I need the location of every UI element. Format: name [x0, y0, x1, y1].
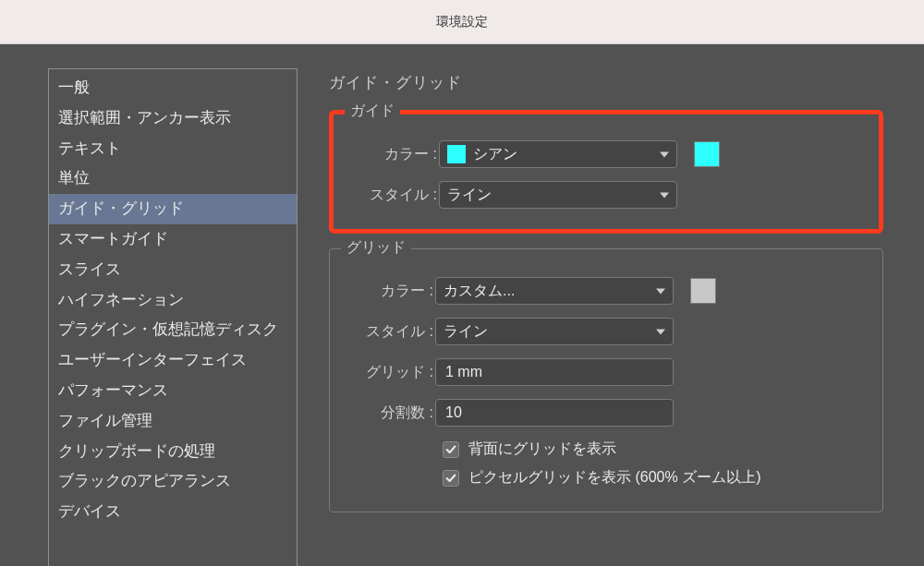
preferences-sidebar: 一般 選択範囲・アンカー表示 テキスト 単位 ガイド・グリッド スマートガイド … [48, 68, 298, 566]
grid-subdivisions-input[interactable] [435, 399, 674, 427]
grid-color-row: カラー : カスタム... [346, 277, 862, 305]
grid-legend: グリッド [341, 238, 411, 258]
guide-color-label: カラー : [350, 145, 439, 164]
window-body: 一般 選択範囲・アンカー表示 テキスト 単位 ガイド・グリッド スマートガイド … [0, 44, 924, 566]
grid-spacing-input[interactable] [435, 358, 674, 386]
grid-style-select[interactable]: ライン [435, 318, 674, 345]
chevron-down-icon [656, 289, 665, 295]
sidebar-item-general[interactable]: 一般 [49, 73, 297, 103]
guide-group: ガイド カラー : シアン スタイル : ライン [329, 110, 883, 234]
sidebar-item-units[interactable]: 単位 [49, 163, 297, 194]
sidebar-item-smart-guides[interactable]: スマートガイド [49, 224, 297, 255]
guide-color-swatch[interactable] [694, 141, 720, 167]
guide-style-select[interactable]: ライン [439, 181, 677, 209]
grid-pixel-check-label: ピクセルグリッドを表示 (600% ズーム以上) [468, 468, 760, 488]
grid-color-select[interactable]: カスタム... [435, 277, 674, 305]
sidebar-item-black-appearance[interactable]: ブラックのアピアランス [49, 466, 297, 497]
sidebar-item-file-handling[interactable]: ファイル管理 [49, 406, 297, 437]
sidebar-item-user-interface[interactable]: ユーザーインターフェイス [49, 345, 297, 376]
sidebar-item-selection-anchor[interactable]: 選択範囲・アンカー表示 [49, 103, 297, 134]
window-title: 環境設定 [436, 14, 488, 30]
sidebar-item-performance[interactable]: パフォーマンス [49, 376, 297, 406]
sidebar-item-hyphenation[interactable]: ハイフネーション [49, 285, 297, 316]
sidebar-item-slices[interactable]: スライス [49, 255, 297, 285]
grid-style-row: スタイル : ライン [346, 318, 862, 345]
grid-pixel-checkbox[interactable] [443, 470, 459, 487]
grid-subdivisions-row: 分割数 : [346, 399, 862, 427]
sidebar-item-text[interactable]: テキスト [49, 134, 297, 164]
guide-style-row: スタイル : ライン [350, 181, 858, 209]
grid-spacing-row: グリッド : [346, 358, 862, 386]
grid-back-check-row: 背面にグリッドを表示 [443, 440, 862, 459]
guide-color-value: シアン [473, 145, 517, 164]
grid-group: グリッド カラー : カスタム... スタイル : ライン グリッド : [329, 248, 883, 512]
check-icon [444, 472, 457, 485]
guide-legend: ガイド [345, 102, 400, 121]
sidebar-item-plugins-scratch[interactable]: プラグイン・仮想記憶ディスク [49, 315, 297, 345]
grid-style-value: ライン [444, 322, 488, 342]
guide-color-inline-swatch [447, 145, 466, 163]
sidebar-item-clipboard[interactable]: クリップボードの処理 [49, 437, 297, 467]
guide-style-value: ライン [447, 186, 492, 205]
chevron-down-icon [660, 152, 669, 158]
grid-back-check-label: 背面にグリッドを表示 [468, 440, 616, 459]
grid-back-checkbox[interactable] [443, 441, 459, 458]
grid-style-label: スタイル : [346, 322, 435, 342]
guide-style-label: スタイル : [350, 186, 439, 205]
guide-color-row: カラー : シアン [350, 140, 858, 168]
grid-color-swatch[interactable] [690, 278, 716, 304]
guide-color-select[interactable]: シアン [439, 140, 677, 168]
page-title: ガイド・グリッド [329, 72, 924, 93]
grid-pixel-check-row: ピクセルグリッドを表示 (600% ズーム以上) [443, 468, 862, 488]
preferences-main: ガイド・グリッド ガイド カラー : シアン スタイル : ライン [298, 68, 924, 566]
grid-subdivisions-label: 分割数 : [346, 403, 435, 423]
sidebar-item-devices[interactable]: デバイス [49, 497, 297, 527]
grid-color-value: カスタム... [444, 282, 515, 301]
chevron-down-icon [656, 330, 665, 335]
grid-spacing-label: グリッド : [346, 363, 435, 382]
check-icon [444, 443, 457, 456]
sidebar-item-guides-grid[interactable]: ガイド・グリッド [49, 194, 297, 224]
grid-color-label: カラー : [346, 282, 435, 301]
chevron-down-icon [660, 193, 669, 199]
window-titlebar: 環境設定 [0, 0, 924, 44]
